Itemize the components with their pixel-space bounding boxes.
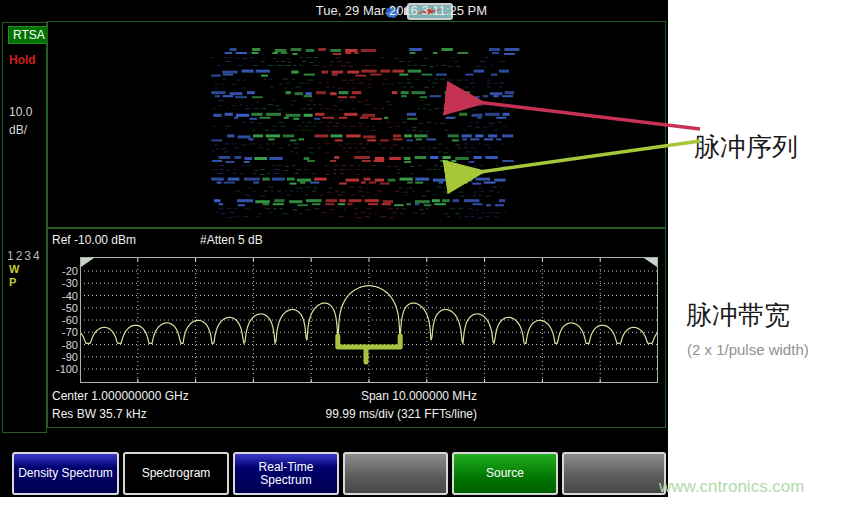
y-tick-label: -80 [46, 340, 78, 351]
spectrum-chart [80, 257, 658, 383]
softkey-blank-5[interactable] [562, 452, 666, 495]
hold-annunciator: Hold [9, 53, 36, 67]
fieldfox-rtsa-screenshot: Tue, 29 Mar 2016 3:11:25 PM RTSA Hold 10… [0, 0, 846, 509]
spectrum-trace [80, 286, 658, 344]
status-bar: Tue, 29 Mar 2016 3:11:25 PM [0, 0, 668, 22]
pulse-bandwidth-formula: (2 x 1/pulse width) [687, 341, 809, 358]
ref-level-readout: Ref -10.00 dBm [52, 233, 136, 247]
y-tick-label: -100 [46, 364, 78, 375]
y-tick-label: -30 [46, 278, 78, 289]
span-readout: Span 10.000000 MHz [361, 389, 477, 403]
instrument-screen: Tue, 29 Mar 2016 3:11:25 PM RTSA Hold 10… [0, 0, 668, 497]
softkey-real-time-spectrum[interactable]: Real-Time Spectrum [233, 452, 339, 495]
trace-numbers: 1234 [7, 249, 42, 263]
y-tick-label: -40 [46, 291, 78, 302]
scale-value: 10.0 [9, 105, 32, 119]
softkey-spectrogram[interactable]: Spectrogram [123, 452, 229, 495]
y-tick-label: -70 [46, 327, 78, 338]
softkey-blank-3[interactable] [343, 452, 448, 495]
y-tick-label: -50 [46, 303, 78, 314]
y-tick-label: -60 [46, 315, 78, 326]
softkey-density-spectrum[interactable]: Density Spectrum [12, 452, 119, 495]
y-tick-label: -20 [46, 266, 78, 277]
pulse-bandwidth-annotation: 脉冲带宽 [686, 298, 790, 333]
datetime-label: Tue, 29 Mar 2016 3:11:25 PM [316, 3, 487, 18]
watermark: www.cntronics.com [659, 477, 804, 497]
density-spectrum-display [47, 21, 666, 228]
trace-flag-p: P [9, 276, 16, 288]
y-tick-label: -90 [46, 352, 78, 363]
scale-unit: dB/ [9, 123, 27, 137]
softkey-source[interactable]: Source [452, 452, 558, 495]
pulse-train-annotation: 脉冲序列 [694, 130, 798, 165]
trace-flag-w: W [9, 263, 19, 275]
pulse-train-density-plot [48, 22, 665, 227]
sweep-info-readout: 99.99 ms/div (321 FFTs/line) [326, 407, 477, 421]
mode-badge: RTSA [8, 26, 50, 44]
attenuation-readout: #Atten 5 dB [200, 233, 263, 247]
softkey-bar: Density SpectrumSpectrogramReal-Time Spe… [0, 452, 668, 496]
center-freq-readout: Center 1.000000000 GHz [52, 389, 189, 403]
res-bw-readout: Res BW 35.7 kHz [52, 407, 147, 421]
bandwidth-bracket-marker [338, 336, 400, 362]
left-annunciator-panel: RTSA Hold 10.0 dB/ 1234 W P [2, 22, 47, 433]
